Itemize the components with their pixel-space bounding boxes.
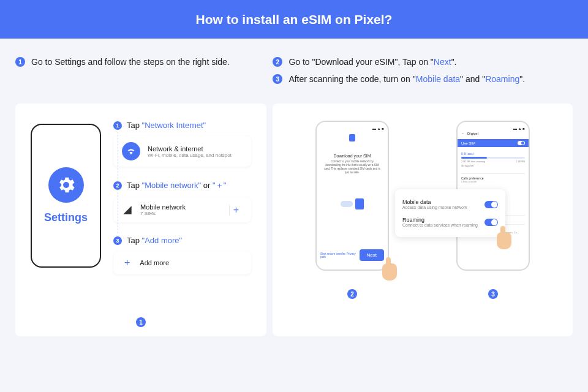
instruction-line: 3 After scanning the code, turn on "Mobi… <box>273 74 573 84</box>
card-number-badge: 3 <box>488 289 498 299</box>
row-title: Add more <box>140 259 169 266</box>
page-title: How to install an eSIM on Pixel? <box>196 12 393 27</box>
highlighted-term: Roaming <box>485 74 519 84</box>
substep-header: 2 Tap "Mobile network" or "＋" <box>113 180 251 191</box>
phone-mockup-download: ▬ ▲ ■ Download your SIM Connect to your … <box>315 121 389 271</box>
row-title: Network & internet <box>148 145 232 153</box>
mobile-data-sub: Access data using mobile network <box>402 205 467 209</box>
cloud-graphic <box>320 198 384 209</box>
substep-2: 2 Tap "Mobile network" or "＋" Mobile net… <box>113 180 251 222</box>
highlighted-term: Next <box>434 57 451 67</box>
calls-pref-row[interactable]: Calls preferenceChina Unicom <box>461 173 525 186</box>
row-subtitle: 7 SIMs <box>140 211 186 216</box>
substeps-column: 1 Tap "Network Internet" Network & inter… <box>113 121 251 319</box>
hand-pointer-icon <box>497 232 511 249</box>
cards-container: Settings 1 Tap "Network Internet" Networ… <box>0 104 588 336</box>
roaming-row[interactable]: Roaming Connect to data services when ro… <box>402 213 498 231</box>
card-number-badge: 1 <box>136 317 146 327</box>
data-usage: 0 B used 2.00 GB data warning2.00 GB 30 … <box>461 149 525 170</box>
instruction-text: Go to Settings and follow the steps on t… <box>31 57 230 67</box>
use-sim-bar[interactable]: Use SIM <box>458 139 529 147</box>
cloud-icon <box>341 201 353 207</box>
download-title: Download your SIM <box>320 154 384 158</box>
roaming-toggle[interactable] <box>484 219 498 226</box>
roaming-label: Roaming <box>402 217 478 223</box>
phone-2-wrapper: ▬ ▲ ■ Download your SIM Connect to your … <box>315 121 389 319</box>
setting-row-addmore[interactable]: + Add more <box>113 251 251 274</box>
substep-number: 1 <box>113 121 122 130</box>
mobile-data-row[interactable]: Mobile data Access data using mobile net… <box>402 195 498 213</box>
instruction-line: 2 Go to "Download your eSIM", Tap on "Ne… <box>273 57 573 67</box>
card-step-1: Settings 1 Tap "Network Internet" Networ… <box>15 104 266 336</box>
connector-line <box>118 132 118 233</box>
privacy-link[interactable]: Start secure transfer. Privacy path <box>320 252 360 258</box>
card-number-badge: 2 <box>347 289 357 299</box>
row-labels: Network & internet Wi-Fi, mobile, data u… <box>148 145 232 158</box>
instructions-row: 1 Go to Settings and follow the steps on… <box>0 39 588 104</box>
download-desc: Connect to your mobile network by downlo… <box>320 160 384 174</box>
signal-icon <box>122 205 133 216</box>
plus-icon[interactable]: + <box>229 205 243 216</box>
hand-pointer-icon <box>382 263 397 281</box>
mobile-data-label: Mobile data <box>402 199 467 205</box>
instruction-left: 1 Go to Settings and follow the steps on… <box>15 57 260 91</box>
substep-header: 3 Tap "Add more" <box>113 236 251 245</box>
carrier-header: ← Digicel <box>461 130 525 137</box>
lock-icon <box>349 134 355 141</box>
substep-3: 3 Tap "Add more" + Add more <box>113 236 251 274</box>
highlighted-term: Mobile data <box>416 74 460 84</box>
row-title: Mobile network <box>140 203 186 211</box>
toggle-on-icon <box>518 141 525 145</box>
download-footer: Start secure transfer. Privacy path Next <box>320 249 384 261</box>
sim-icon <box>355 198 364 209</box>
instruction-text: After scanning the code, turn on "Mobile… <box>288 74 525 84</box>
page-header: How to install an eSIM on Pixel? <box>0 0 588 39</box>
next-button[interactable]: Next <box>360 249 384 261</box>
step-number-badge: 1 <box>15 57 25 67</box>
step-number-badge: 3 <box>273 74 282 84</box>
row-labels: Add more <box>140 259 169 266</box>
roaming-sub: Connect to data services when roaming <box>402 223 478 227</box>
wifi-icon <box>122 142 140 160</box>
status-bar: ▬ ▲ ■ <box>320 127 384 130</box>
gear-icon <box>48 167 84 203</box>
card-steps-2-3: ▬ ▲ ■ Download your SIM Connect to your … <box>273 104 573 336</box>
plus-icon: + <box>124 257 130 268</box>
instruction-right: 2 Go to "Download your eSIM", Tap on "Ne… <box>273 57 573 91</box>
mobile-data-toggle[interactable] <box>484 201 498 208</box>
step-number-badge: 2 <box>273 57 282 67</box>
substep-header: 1 Tap "Network Internet" <box>113 121 251 130</box>
substep-text: Tap "Mobile network" or "＋" <box>127 180 226 191</box>
substep-text: Tap "Network Internet" <box>127 121 206 130</box>
row-labels: Mobile network 7 SIMs <box>140 203 186 216</box>
setting-row-network[interactable]: Network & internet Wi-Fi, mobile, data u… <box>113 136 251 167</box>
setting-row-mobile[interactable]: Mobile network 7 SIMs + <box>113 197 251 222</box>
settings-label: Settings <box>44 211 88 224</box>
instruction-text: Go to "Download your eSIM", Tap on "Next… <box>288 57 456 67</box>
substep-number: 3 <box>113 236 122 245</box>
substep-1: 1 Tap "Network Internet" Network & inter… <box>113 121 251 167</box>
progress-bar <box>461 157 525 159</box>
phone-mockup-settings: Settings <box>31 124 101 268</box>
data-roaming-popup: Mobile data Access data using mobile net… <box>395 189 505 237</box>
substep-text: Tap "Add more" <box>127 236 182 245</box>
row-subtitle: Wi-Fi, mobile, data usage, and hotspot <box>148 153 232 158</box>
